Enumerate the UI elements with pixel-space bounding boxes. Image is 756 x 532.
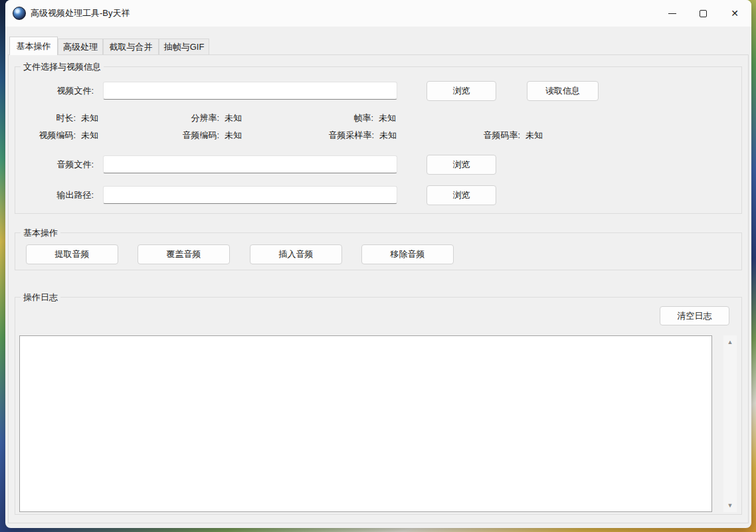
tab-frame-and-gif[interactable]: 抽帧与GIF	[159, 39, 209, 54]
audio-file-input[interactable]	[103, 155, 397, 173]
audio-codec-value: 未知	[225, 130, 242, 141]
basic-operations-groupbox: 基本操作 提取音频 覆盖音频 插入音频 移除音频	[15, 232, 742, 270]
maximize-button[interactable]	[688, 0, 718, 27]
audio-file-label: 音频文件:	[19, 155, 94, 174]
minimize-button[interactable]	[657, 0, 688, 27]
audio-samplerate-info: 音频采样率:未知	[317, 130, 397, 141]
scroll-down-icon[interactable]: ▼	[723, 500, 737, 511]
video-codec-value: 未知	[81, 130, 98, 141]
resolution-value: 未知	[225, 112, 242, 124]
window-controls: ✕	[657, 0, 751, 27]
resolution-label: 分辨率:	[163, 112, 219, 124]
audio-codec-info: 音频编码:未知	[163, 130, 242, 141]
close-icon: ✕	[731, 9, 739, 18]
file-info-group-title: 文件选择与视频信息	[21, 61, 104, 73]
overwrite-audio-button[interactable]: 覆盖音频	[138, 244, 230, 264]
duration-value: 未知	[81, 112, 98, 124]
browse-audio-button[interactable]: 浏览	[426, 155, 496, 175]
audio-bitrate-label: 音频码率:	[464, 130, 520, 141]
audio-samplerate-label: 音频采样率:	[317, 130, 374, 141]
video-codec-label: 视频编码:	[19, 130, 76, 141]
minimize-icon	[668, 13, 676, 14]
tab-cut-and-merge[interactable]: 截取与合并	[103, 39, 159, 54]
video-file-label: 视频文件:	[19, 81, 94, 100]
log-scrollbar[interactable]: ▲ ▼	[723, 335, 737, 512]
framerate-label: 帧率:	[317, 112, 373, 124]
browse-output-button[interactable]: 浏览	[426, 185, 496, 205]
video-file-input[interactable]	[103, 82, 397, 100]
extract-audio-button[interactable]: 提取音频	[26, 244, 118, 264]
tab-advanced-processing[interactable]: 高级处理	[58, 39, 103, 54]
clear-log-button[interactable]: 清空日志	[660, 306, 729, 325]
audio-bitrate-info: 音频码率:未知	[464, 130, 543, 141]
desktop-background: 高级视频处理工具-By天祥 ✕ 基本操作 高级处理 截取与合并 抽帧与GIF 文…	[0, 0, 756, 532]
output-path-label: 输出路径:	[19, 185, 94, 205]
file-info-groupbox: 文件选择与视频信息 视频文件: 浏览 读取信息 时长:未知 分辨率:未知 帧率:…	[15, 66, 742, 214]
tab-basic-operations[interactable]: 基本操作	[9, 37, 58, 55]
operation-log-group-title: 操作日志	[21, 292, 60, 304]
maximize-icon	[700, 10, 707, 17]
duration-info: 时长:未知	[19, 112, 98, 124]
audio-codec-label: 音频编码:	[163, 130, 219, 141]
output-path-input[interactable]	[103, 186, 397, 204]
framerate-value: 未知	[379, 112, 396, 124]
scroll-up-icon[interactable]: ▲	[723, 337, 737, 347]
titlebar: 高级视频处理工具-By天祥 ✕	[5, 0, 751, 27]
remove-audio-button[interactable]: 移除音频	[361, 244, 454, 264]
browse-video-button[interactable]: 浏览	[426, 81, 496, 101]
app-icon	[13, 7, 26, 20]
read-info-button[interactable]: 读取信息	[527, 81, 599, 101]
insert-audio-button[interactable]: 插入音频	[250, 244, 342, 264]
framerate-info: 帧率:未知	[317, 112, 396, 124]
resolution-info: 分辨率:未知	[163, 112, 242, 124]
log-textarea[interactable]	[19, 335, 712, 512]
duration-label: 时长:	[19, 112, 76, 124]
window-title: 高级视频处理工具-By天祥	[31, 0, 130, 27]
operation-log-groupbox: 操作日志 清空日志 ▲ ▼	[15, 297, 742, 515]
video-codec-info: 视频编码:未知	[19, 130, 98, 141]
basic-operations-group-title: 基本操作	[21, 227, 60, 239]
audio-bitrate-value: 未知	[525, 130, 543, 141]
audio-samplerate-value: 未知	[379, 130, 397, 141]
close-button[interactable]: ✕	[718, 0, 751, 27]
app-window: 高级视频处理工具-By天祥 ✕ 基本操作 高级处理 截取与合并 抽帧与GIF 文…	[5, 0, 751, 528]
